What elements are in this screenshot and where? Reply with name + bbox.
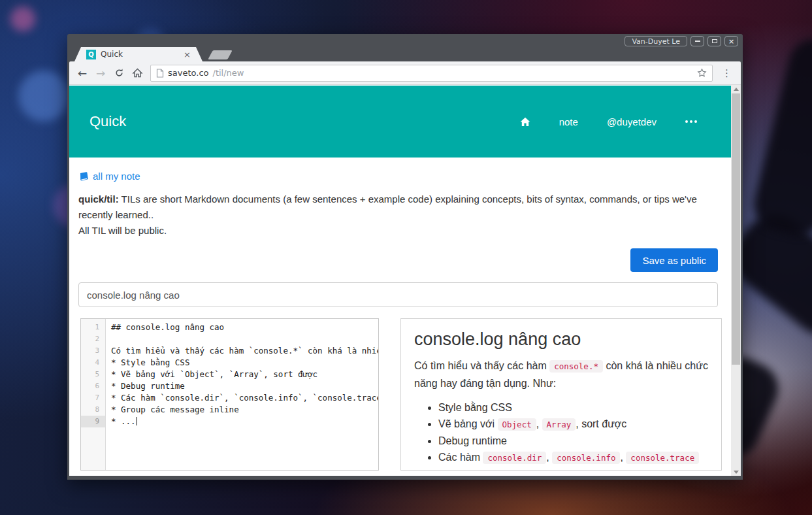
editor-line[interactable]: * Các hàm `console.dir`, `console.info`,… (111, 392, 378, 404)
nav-home-icon[interactable] (520, 117, 530, 127)
bokeh-light (10, 7, 35, 31)
editor-code[interactable]: ## console.log nâng caoCó tìm hiểu và th… (106, 319, 378, 470)
preview-paragraph: Có tìm hiểu và thấy các hàm console.* cò… (414, 357, 708, 392)
editor-line[interactable]: * Vẽ bảng với `Object`, `Array`, sort đư… (111, 369, 378, 380)
close-button[interactable]: × (724, 36, 738, 46)
maximize-icon (712, 39, 717, 43)
save-as-public-button[interactable]: Save as public (630, 248, 718, 272)
editor-preview-split: 123456789 ## console.log nâng caoCó tìm … (69, 318, 731, 471)
intro-bold: quick/til: (78, 193, 119, 205)
editor-line-number: 8 (81, 404, 105, 416)
inline-code: console.trace (626, 452, 699, 464)
editor-line-number: 2 (81, 333, 105, 345)
site-brand[interactable]: Quick (89, 113, 126, 130)
page-content: all my note quick/til: TILs are short Ma… (69, 171, 731, 307)
nav-more-icon[interactable] (685, 120, 697, 123)
forward-button[interactable]: → (93, 65, 108, 81)
home-icon (132, 67, 143, 78)
preview-list: Style bằng CSSVẽ bảng với Object, Array,… (414, 400, 708, 466)
browser-tab[interactable]: Q Quick × (74, 47, 203, 61)
editor-line-number: 5 (81, 369, 105, 380)
preview-list-item: Style bằng CSS (438, 400, 708, 416)
editor-line-number: 7 (81, 392, 105, 404)
inline-code: Array (542, 418, 576, 431)
viewport-scrollbar[interactable] (731, 85, 741, 476)
preview-heading: console.log nâng cao (414, 329, 708, 350)
book-icon (78, 171, 89, 182)
scroll-up-button[interactable] (731, 85, 741, 93)
editor-line-number: 3 (81, 345, 105, 357)
nav-item-note[interactable]: note (559, 116, 578, 127)
web-page: Quick note @duyetdev all my note (69, 85, 731, 476)
reload-button[interactable] (111, 65, 127, 81)
editor-line[interactable]: * Style bằng CSS (111, 357, 378, 369)
preview-list-item: Vẽ bảng với Object, Array, sort được (438, 416, 708, 433)
window-titlebar[interactable]: Van-Duyet Le × (69, 34, 741, 47)
window-title-label[interactable]: Van-Duyet Le (625, 36, 687, 46)
editor-line-number: 6 (81, 380, 105, 392)
browser-window: Van-Duyet Le × Q Quick × ← → (67, 34, 743, 480)
close-icon: × (728, 37, 734, 46)
inline-code: console.dir (483, 452, 546, 464)
intro-text: quick/til: TILs are short Markdown docum… (78, 191, 718, 239)
crowd-silhouette (748, 33, 812, 241)
inline-code: console.* (549, 360, 603, 373)
minimize-icon (695, 41, 700, 42)
tab-close-icon[interactable]: × (184, 50, 191, 59)
bokeh-light (18, 71, 69, 122)
editor-line-number: 1 (81, 322, 105, 333)
markdown-editor[interactable]: 123456789 ## console.log nâng caoCó tìm … (80, 318, 379, 471)
preview-list-item: Debug runtime (438, 433, 708, 449)
editor-line[interactable]: * Group các message inline (111, 404, 378, 416)
tab-favicon: Q (86, 50, 96, 59)
minimize-button[interactable] (690, 36, 704, 46)
reload-icon (114, 68, 124, 78)
editor-line[interactable] (111, 333, 378, 345)
note-title-input[interactable] (78, 282, 718, 307)
scroll-down-button[interactable] (731, 468, 741, 476)
inline-code: console.info (552, 452, 620, 464)
editor-line[interactable]: ## console.log nâng cao (111, 322, 378, 333)
markdown-preview[interactable]: console.log nâng cao Có tìm hiểu và thấy… (400, 318, 722, 471)
editor-line-number: 9 (81, 416, 105, 427)
editor-line[interactable]: Có tìm hiểu và thấy các hàm `console.*` … (111, 345, 378, 357)
back-button[interactable]: ← (74, 65, 90, 81)
scroll-up-icon (734, 88, 739, 91)
editor-gutter: 123456789 (81, 319, 106, 470)
site-nav: note @duyetdev (520, 116, 697, 127)
browser-toolbar: ← → saveto.co/til/new ⋮ (69, 61, 741, 85)
maximize-button[interactable] (707, 36, 721, 46)
editor-line[interactable]: * ... (111, 416, 378, 427)
nav-item-username[interactable]: @duyetdev (607, 116, 657, 127)
tab-title: Quick (101, 50, 179, 59)
home-button[interactable] (129, 65, 145, 81)
intro-line2: All TIL will be public. (78, 223, 718, 239)
editor-line-number: 4 (81, 357, 105, 369)
preview-list-item: Các hàm console.dir, console.info, conso… (438, 450, 708, 466)
url-host: saveto.co (168, 68, 209, 78)
text-cursor (137, 417, 137, 425)
site-header: Quick note @duyetdev (69, 86, 731, 158)
back-icon: ← (78, 67, 87, 80)
all-my-note-link[interactable]: all my note (93, 171, 140, 182)
url-path: /til/new (213, 68, 244, 78)
browser-menu-icon[interactable]: ⋮ (718, 67, 736, 79)
inline-code: Object (498, 418, 536, 431)
tab-strip: Q Quick × (69, 47, 741, 61)
intro-body: TILs are short Markdown documents (a few… (78, 193, 697, 220)
editor-line[interactable]: * Debug runtime (111, 380, 378, 392)
scroll-down-icon (734, 471, 739, 474)
bookmark-star-icon[interactable] (697, 68, 707, 78)
forward-icon: → (96, 67, 105, 80)
address-bar[interactable]: saveto.co/til/new (150, 65, 713, 82)
new-tab-button[interactable] (208, 50, 232, 59)
browser-viewport: Quick note @duyetdev all my note (69, 85, 741, 476)
page-icon (156, 69, 164, 78)
scrollbar-thumb[interactable] (732, 93, 740, 365)
